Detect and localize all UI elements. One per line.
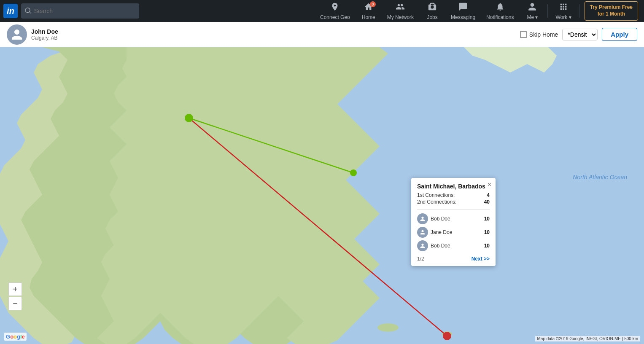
home-icon: 3 xyxy=(364,2,373,13)
linkedin-logo[interactable]: in xyxy=(3,4,18,18)
nav-item-network[interactable]: My Network xyxy=(382,0,419,22)
home-badge: 3 xyxy=(370,1,376,7)
popup-person-3: Bob Doe 10 xyxy=(417,239,490,253)
search-icon xyxy=(25,8,32,14)
zoom-in-button[interactable]: + xyxy=(8,282,22,296)
nav-label-work: Work ▾ xyxy=(555,14,571,20)
nav-item-jobs[interactable]: Jobs xyxy=(420,0,445,22)
map-credit: Map data ©2019 Google, INEGI, ORION-ME |… xyxy=(535,336,640,341)
nav-divider xyxy=(547,4,548,18)
google-logo: Google xyxy=(4,333,27,341)
network-icon xyxy=(396,2,405,13)
nav-label-home: Home xyxy=(362,14,375,20)
popup-stat-1st: 1st Connections: 4 xyxy=(417,192,490,198)
nav-item-messaging[interactable]: Messaging xyxy=(446,0,480,22)
popup-title: Saint Michael, Barbados xyxy=(417,183,490,190)
user-info: John Doe Calgary, AB xyxy=(31,28,58,41)
nav-label-messaging: Messaging xyxy=(451,14,475,20)
search-bar[interactable] xyxy=(21,3,139,19)
person-3-score: 10 xyxy=(484,243,490,249)
person-2-avatar xyxy=(417,227,428,238)
popup-close-button[interactable]: × xyxy=(488,181,491,188)
user-name: John Doe xyxy=(31,28,58,35)
zoom-out-button[interactable]: − xyxy=(8,297,22,310)
popup-person-1: Bob Doe 10 xyxy=(417,212,490,226)
nav-label-connect-geo: Connect Geo xyxy=(320,14,350,20)
subheader-right: Skip Home *Densit Apply xyxy=(520,28,637,41)
premium-line1: Try Premium Free xyxy=(590,4,633,11)
popup-stat-2nd: 2nd Connections: 40 xyxy=(417,199,490,205)
popup-divider xyxy=(417,209,490,210)
work-icon xyxy=(559,2,568,13)
premium-button[interactable]: Try Premium Free for 1 Month xyxy=(585,1,638,20)
popup-1st-value: 4 xyxy=(487,192,490,198)
me-icon xyxy=(528,2,537,13)
person-1-score: 10 xyxy=(484,216,490,222)
nav-divider-2 xyxy=(579,4,579,18)
nav-item-me[interactable]: Me ▾ xyxy=(520,0,545,22)
nav-item-connect-geo[interactable]: Connect Geo xyxy=(315,0,355,22)
notifications-icon xyxy=(496,2,505,13)
jobs-icon xyxy=(428,2,437,13)
nav-items: Connect Geo 3 Home My Network Jobs xyxy=(315,0,641,22)
nav-label-jobs: Jobs xyxy=(427,14,437,20)
map-background xyxy=(0,47,644,344)
popup-footer: 1/2 Next >> xyxy=(417,256,490,262)
nav-label-me: Me ▾ xyxy=(527,14,538,20)
nav-label-notifications: Notifications xyxy=(486,14,514,20)
nav-item-notifications[interactable]: Notifications xyxy=(481,0,519,22)
connect-geo-icon xyxy=(330,2,340,13)
popup-card: Saint Michael, Barbados × 1st Connection… xyxy=(411,178,496,266)
map-container: North Atlantic Ocean + − Google Map data… xyxy=(0,47,644,344)
person-2-name: Jane Doe xyxy=(431,229,452,235)
navbar: in Connect Geo 3 Home My Net xyxy=(0,0,644,22)
subheader: John Doe Calgary, AB Skip Home *Densit A… xyxy=(0,22,644,47)
svg-point-2 xyxy=(377,323,399,332)
popup-1st-label: 1st Connections: xyxy=(417,192,455,198)
messaging-icon xyxy=(458,2,468,13)
logo-text: in xyxy=(7,6,14,16)
popup-person-2: Jane Doe 10 xyxy=(417,226,490,239)
person-2-score: 10 xyxy=(484,229,490,235)
skip-home-label: Skip Home xyxy=(529,31,558,38)
density-select[interactable]: *Densit xyxy=(562,29,598,40)
apply-button[interactable]: Apply xyxy=(602,28,637,41)
nav-item-home[interactable]: 3 Home xyxy=(356,0,381,22)
popup-stats: 1st Connections: 4 2nd Connections: 40 xyxy=(417,192,490,205)
user-avatar xyxy=(7,24,27,45)
popup-2nd-label: 2nd Connections: xyxy=(417,199,456,205)
premium-line2: for 1 Month xyxy=(598,11,625,18)
search-input[interactable] xyxy=(34,8,135,14)
person-3-avatar xyxy=(417,240,428,251)
user-location: Calgary, AB xyxy=(31,35,58,41)
skip-home-checkbox[interactable] xyxy=(520,31,527,38)
person-1-avatar xyxy=(417,213,428,224)
svg-point-1 xyxy=(442,331,452,336)
popup-2nd-value: 40 xyxy=(484,199,490,205)
person-3-name: Bob Doe xyxy=(431,243,450,249)
person-1-name: Bob Doe xyxy=(431,216,450,222)
nav-label-network: My Network xyxy=(387,14,414,20)
nav-item-work[interactable]: Work ▾ xyxy=(550,0,576,22)
popup-pagination: 1/2 xyxy=(417,256,424,262)
zoom-controls: + − xyxy=(8,282,22,310)
popup-next-button[interactable]: Next >> xyxy=(472,256,490,262)
skip-home-wrap: Skip Home xyxy=(520,31,558,38)
